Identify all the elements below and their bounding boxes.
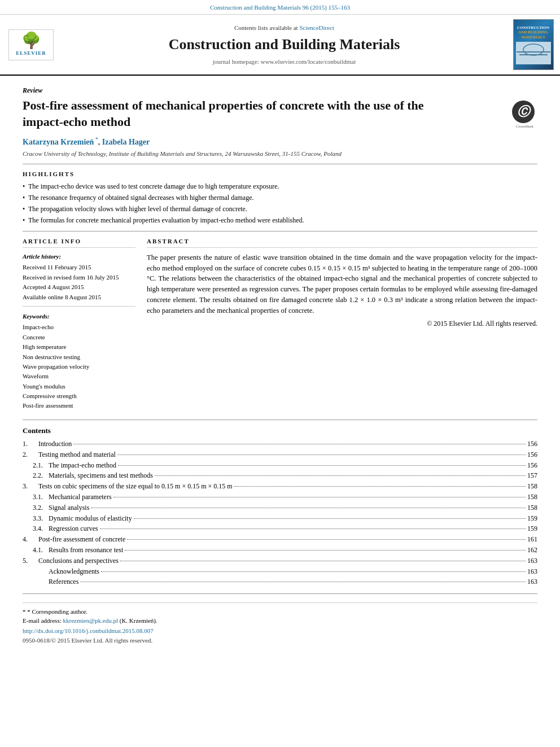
toc-dots-4 — [127, 539, 526, 540]
tree-icon: 🌳 — [21, 33, 41, 49]
toc-page-3-4: 159 — [527, 524, 537, 534]
toc-num-2-1: 2.1. — [33, 461, 49, 470]
toc-page-2: 156 — [527, 450, 537, 460]
toc-num-3-1: 3.1. — [33, 492, 49, 502]
footer-section: * * Corresponding author. E-mail address… — [23, 602, 537, 645]
contents-section: Contents 1. Introduction 156 2. Testing … — [23, 426, 537, 587]
keyword-2: Concrete — [23, 333, 135, 342]
toc-num-3-3: 3.3. — [33, 514, 49, 523]
article-title-row: Post-fire assessment of mechanical prope… — [23, 98, 537, 130]
accepted-date: Accepted 4 August 2015 — [23, 283, 135, 291]
toc-label-3-4: Regression curves — [49, 524, 98, 534]
footer-doi: http://dx.doi.org/10.1016/j.conbuildmat.… — [23, 627, 537, 635]
keyword-8: Compressive strength — [23, 392, 135, 400]
elsevier-logo: 🌳 ELSEVIER — [6, 19, 56, 70]
toc-page-3-3: 159 — [527, 514, 537, 523]
toc-dots-ack — [101, 571, 526, 572]
toc-page-5: 163 — [527, 556, 537, 566]
cover-image-area — [516, 42, 551, 64]
affiliation: Cracow University of Technology, Institu… — [23, 150, 537, 158]
toc-item-2-2: 2.2. Materials, specimens and test metho… — [23, 471, 537, 480]
svg-point-2 — [523, 44, 544, 55]
sciencedirect-link[interactable]: ScienceDirect — [299, 24, 334, 31]
toc-label-5: Conclusions and perspectives — [38, 556, 119, 566]
abstract-heading: ABSTRACT — [147, 237, 537, 248]
keyword-4: Non destructive testing — [23, 353, 135, 361]
divider-before-contents — [23, 420, 537, 420]
article-content: Review Post-fire assessment of mechanica… — [0, 76, 560, 650]
highlights-heading: HIGHLIGHTS — [23, 170, 537, 178]
elsevier-logo-image: 🌳 ELSEVIER — [8, 29, 54, 60]
contents-line: Contents lists available at ScienceDirec… — [62, 24, 506, 32]
toc-dots-3-2 — [91, 508, 526, 508]
toc-num-3-2: 3.2. — [33, 503, 49, 513]
received-revised-date: Received in revised form 16 July 2015 — [23, 273, 135, 282]
toc-item-3-4: 3.4. Regression curves 159 — [23, 524, 537, 534]
toc-page-2-1: 156 — [527, 461, 537, 470]
toc-item-3: 3. Tests on cubic specimens of the size … — [23, 482, 537, 491]
toc-page-3-1: 158 — [527, 492, 537, 502]
toc-num-4: 4. — [23, 535, 38, 544]
toc-dots-2-1 — [118, 465, 526, 466]
divider-after-highlights — [23, 231, 537, 231]
crossmark-logo: Ⓒ CrossMark — [512, 101, 537, 126]
email-link[interactable]: kkrezmien@pk.edu.pl — [63, 617, 119, 624]
keyword-3: High temperature — [23, 343, 135, 351]
article-history-label: Article history: — [23, 252, 135, 261]
crossmark-icon: Ⓒ — [512, 101, 535, 123]
sciencedirect-text: ScienceDirect — [299, 24, 334, 31]
divider-after-contents — [23, 593, 537, 594]
toc-page-ref: 163 — [527, 577, 537, 587]
toc-dots-4-1 — [125, 550, 526, 551]
toc-dots-3-4 — [100, 528, 526, 529]
toc-dots-3-1 — [113, 497, 526, 497]
toc-num-4-1: 4.1. — [33, 545, 49, 555]
toc-dots-3 — [234, 486, 526, 487]
toc-dots-ref — [80, 582, 526, 582]
toc-item-2: 2. Testing method and material 156 — [23, 450, 537, 460]
email-line: E-mail address: kkrezmien@pk.edu.pl (K. … — [23, 617, 537, 625]
abstract-col: ABSTRACT The paper presents the nature o… — [147, 237, 537, 412]
highlight-3: The propagation velocity slows with high… — [23, 204, 537, 214]
footnote-star: * — [23, 608, 26, 615]
toc-num-2: 2. — [23, 450, 38, 460]
cover-image: Construction and Building MATERIALS — [513, 19, 554, 70]
divider-keywords — [23, 306, 135, 307]
article-type: Review — [23, 86, 537, 95]
toc-page-2-2: 157 — [527, 471, 537, 480]
abstract-text: The paper presents the nature of elastic… — [147, 252, 537, 316]
journal-title: Construction and Building Materials — [62, 34, 506, 55]
toc-num-3-4: 3.4. — [33, 524, 49, 534]
page: Construction and Building Materials 96 (… — [0, 0, 560, 747]
toc-label-3-3: Dynamic modulus of elasticity — [49, 514, 132, 523]
cover-graphic — [517, 43, 550, 63]
toc-label-3-1: Mechanical parameters — [49, 492, 112, 502]
keywords-heading: Keywords: — [23, 312, 135, 321]
toc-dots-1 — [73, 444, 526, 444]
email-suffix: (K. Krzemień). — [120, 617, 158, 624]
keyword-9: Post-fire assessment — [23, 401, 135, 410]
journal-homepage: journal homepage: www.elsevier.com/locat… — [62, 58, 506, 66]
toc-label-3-2: Signal analysis — [49, 503, 89, 513]
doi-link[interactable]: http://dx.doi.org/10.1016/j.conbuildmat.… — [23, 627, 154, 634]
toc-page-4: 161 — [527, 535, 537, 544]
two-column-section: ARTICLE INFO Article history: Received 1… — [23, 237, 537, 412]
article-title: Post-fire assessment of mechanical prope… — [23, 98, 463, 130]
toc-label-3: Tests on cubic specimens of the size equ… — [38, 482, 233, 491]
toc-page-4-1: 162 — [527, 545, 537, 555]
toc-page-3-2: 158 — [527, 503, 537, 513]
cover-title: Construction and Building MATERIALS — [517, 25, 549, 40]
toc-label-ref: References — [49, 577, 78, 587]
toc-num-1: 1. — [23, 439, 38, 449]
toc-dots-5 — [120, 561, 526, 561]
cover-line1: Construction — [517, 25, 549, 30]
footer-issn: 0950-0618/© 2015 Elsevier Ltd. All right… — [23, 636, 537, 645]
available-date: Available online 8 August 2015 — [23, 293, 135, 302]
toc-item-4: 4. Post-fire assessment of concrete 161 — [23, 535, 537, 544]
email-address: kkrezmien@pk.edu.pl — [63, 617, 118, 624]
top-citation: Construction and Building Materials 96 (… — [0, 0, 560, 15]
article-info-col: ARTICLE INFO Article history: Received 1… — [23, 237, 135, 412]
toc-label-2-1: The impact-echo method — [49, 461, 116, 470]
toc-item-5: 5. Conclusions and perspectives 163 — [23, 556, 537, 566]
author1-name: Katarzyna Krzemień — [23, 138, 94, 146]
